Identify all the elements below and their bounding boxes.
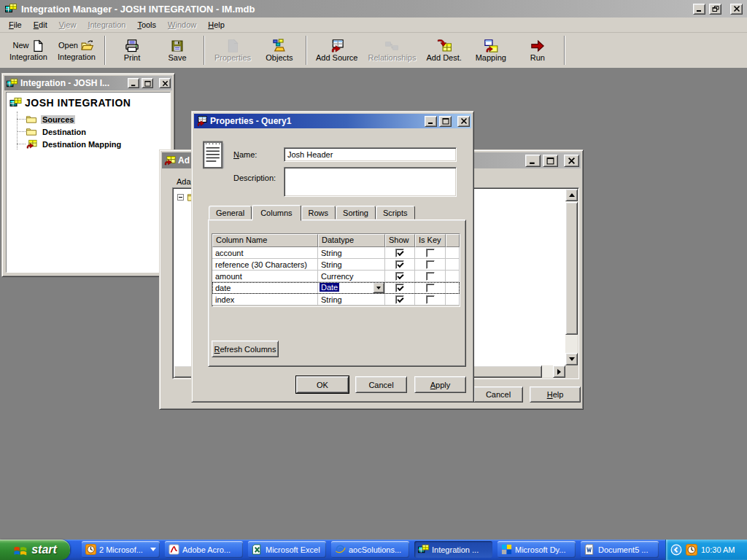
menu-edit[interactable]: Edit <box>28 19 53 31</box>
cancel-button[interactable]: Cancel <box>355 376 407 393</box>
maximize-button[interactable] <box>543 155 558 167</box>
grid-row-date[interactable]: date Date <box>212 282 460 294</box>
taskbar-button-dynamics[interactable]: Microsoft Dy... <box>498 541 576 558</box>
scrollbar-thumb[interactable] <box>565 202 578 335</box>
excel-icon <box>252 544 263 555</box>
maximize-button[interactable] <box>439 116 452 127</box>
vertical-scrollbar[interactable] <box>565 189 578 365</box>
properties-dialog-title: Properties - Query1 <box>210 116 422 126</box>
grid-row-account[interactable]: account String <box>212 247 460 259</box>
minimize-button[interactable] <box>525 155 541 167</box>
menu-window: Window <box>162 19 202 31</box>
tab-rows[interactable]: Rows <box>301 206 336 219</box>
restore-button[interactable] <box>709 4 721 15</box>
minimize-button[interactable] <box>425 116 437 127</box>
integration-manager-icon <box>9 97 22 109</box>
mapping-button[interactable]: Mapping <box>467 34 515 66</box>
tree-expand-icon[interactable] <box>177 194 184 201</box>
toolbar-separator <box>306 36 307 65</box>
grid-row-reference[interactable]: reference (30 Characters) String <box>212 259 460 271</box>
refresh-columns-button[interactable]: Refresh Columns <box>212 341 279 357</box>
dynamics-icon <box>501 544 512 555</box>
scroll-up-button[interactable] <box>565 189 578 201</box>
tree-item-destination-mapping[interactable]: Destination Mapping <box>26 138 123 150</box>
run-arrow-icon <box>530 39 546 53</box>
iskey-checkbox[interactable] <box>426 249 435 257</box>
close-button[interactable] <box>564 155 579 167</box>
taskbar-button-adobe[interactable]: Adobe Acro... <box>165 541 243 558</box>
taskbar-button-integration[interactable]: Integration ... <box>414 541 492 558</box>
new-integration-button[interactable]: New Integration <box>4 34 53 66</box>
main-window-titlebar[interactable]: Integration Manager - JOSH INTEGRATION -… <box>0 0 747 18</box>
tray-clock-icon[interactable] <box>686 544 697 556</box>
show-checkbox[interactable] <box>395 284 404 292</box>
menu-help[interactable]: Help <box>202 19 231 31</box>
tab-sorting[interactable]: Sorting <box>336 206 376 219</box>
open-integration-button[interactable]: Open Integration <box>53 34 101 66</box>
tree-item-sources[interactable]: Sources <box>26 113 75 125</box>
minimize-button[interactable] <box>128 78 139 88</box>
column-header-iskey: Is Key <box>415 234 446 247</box>
show-checkbox[interactable] <box>395 249 404 257</box>
properties-dialog-titlebar[interactable]: Properties - Query1 <box>194 114 471 128</box>
menu-file[interactable]: File <box>3 19 28 31</box>
show-checkbox[interactable] <box>395 272 404 281</box>
tab-scripts[interactable]: Scripts <box>376 206 415 219</box>
folder-icon <box>26 114 37 125</box>
name-input[interactable] <box>284 147 457 162</box>
save-button[interactable]: Save <box>155 34 200 66</box>
scroll-down-button[interactable] <box>565 353 578 365</box>
restore-icon <box>712 5 719 12</box>
ok-button[interactable]: OK <box>296 376 349 393</box>
menu-bar: File Edit View Integration Tools Window … <box>0 18 747 33</box>
datatype-combobox[interactable]: Date <box>318 282 385 294</box>
tab-strip: General Columns Rows Sorting Scripts <box>209 206 415 219</box>
add-source-button[interactable]: Add Source <box>311 34 363 66</box>
maximize-button[interactable] <box>142 78 153 88</box>
close-button[interactable] <box>730 4 743 15</box>
close-icon <box>162 80 169 87</box>
help-button[interactable]: Help <box>530 386 581 402</box>
show-checkbox[interactable] <box>395 295 404 304</box>
print-button[interactable]: Print <box>109 34 155 66</box>
windows-logo-icon <box>13 544 28 556</box>
taskbar-button-grouped-office[interactable]: 2 Microsof... <box>82 541 160 558</box>
folder-icon <box>26 126 37 137</box>
objects-button[interactable]: Objects <box>257 34 302 66</box>
apply-button[interactable]: Apply <box>414 376 466 393</box>
run-button[interactable]: Run <box>515 34 560 66</box>
grid-row-index[interactable]: index String <box>212 294 460 306</box>
close-button[interactable] <box>159 78 171 88</box>
integration-manager-icon <box>418 544 429 555</box>
taskbar-button-word[interactable]: Document5 ... <box>581 541 659 558</box>
tab-columns[interactable]: Columns <box>252 205 301 221</box>
taskbar-button-aocsolutions[interactable]: aocSolutions... <box>331 541 409 558</box>
cancel-button[interactable]: Cancel <box>473 386 523 402</box>
iskey-checkbox[interactable] <box>426 260 435 269</box>
start-button[interactable]: start <box>0 540 70 560</box>
iskey-checkbox[interactable] <box>426 295 435 304</box>
add-dest-button[interactable]: Add Dest. <box>422 34 467 66</box>
iskey-checkbox[interactable] <box>426 272 435 281</box>
desktop: Integration Manager - JOSH INTEGRATION -… <box>0 0 747 560</box>
tray-time: 10:30 AM <box>701 545 735 554</box>
minimize-button[interactable] <box>693 4 705 15</box>
show-checkbox[interactable] <box>395 260 404 269</box>
description-input[interactable] <box>284 167 457 197</box>
tree-root-node[interactable]: JOSH INTEGRATION <box>9 97 169 109</box>
collapse-chevron-icon[interactable] <box>670 544 682 556</box>
grid-row-amount[interactable]: amount Currency <box>212 271 460 282</box>
taskbar-button-excel[interactable]: Microsoft Excel <box>248 541 326 558</box>
integration-window: Integration - JOSH I... JOSH INTEGRATION… <box>1 73 175 277</box>
minimize-icon <box>696 5 703 12</box>
chevron-down-icon <box>376 287 381 292</box>
tree-item-destination[interactable]: Destination <box>26 125 88 138</box>
tab-general[interactable]: General <box>209 206 252 219</box>
menu-tools[interactable]: Tools <box>131 19 162 31</box>
integration-window-titlebar[interactable]: Integration - JOSH I... <box>4 76 172 90</box>
iskey-checkbox[interactable] <box>426 284 435 292</box>
dropdown-button[interactable] <box>373 282 384 293</box>
scroll-right-button[interactable] <box>553 365 565 378</box>
close-button[interactable] <box>457 116 470 127</box>
mapping-icon <box>483 39 499 53</box>
